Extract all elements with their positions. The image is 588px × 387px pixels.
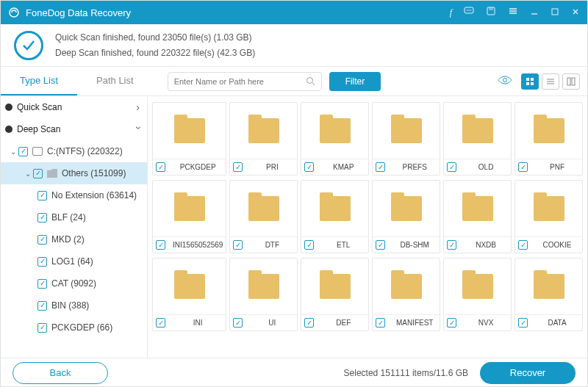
- checkbox[interactable]: [233, 240, 243, 250]
- tree-item[interactable]: BLF (24): [1, 206, 147, 228]
- checkbox[interactable]: [37, 301, 47, 311]
- file-cell[interactable]: ETL: [301, 180, 369, 253]
- tree-item[interactable]: LOG1 (64): [1, 250, 147, 272]
- checkbox[interactable]: [304, 318, 314, 328]
- tree-item[interactable]: PCKGDEP (66): [1, 317, 147, 339]
- file-cell[interactable]: INI: [152, 258, 226, 331]
- file-cell[interactable]: PCKGDEP: [152, 102, 226, 176]
- menu-icon[interactable]: [508, 6, 518, 19]
- search-box[interactable]: [168, 72, 322, 91]
- app-logo-icon: [8, 7, 20, 18]
- search-icon: [306, 76, 315, 86]
- tree-drive[interactable]: ⌄ C:(NTFS) (220322): [1, 140, 147, 162]
- file-name: PRI: [250, 163, 294, 171]
- tree-deep-scan[interactable]: Deep Scan ›: [1, 118, 147, 140]
- file-grid: PCKGDEPPRIKMAPPREFSOLDPNFINI1565052569DT…: [148, 96, 587, 358]
- checkbox[interactable]: [376, 240, 385, 250]
- app-title: FoneDog Data Recovery: [26, 7, 450, 18]
- checkbox[interactable]: [376, 318, 385, 328]
- view-list-button[interactable]: [542, 73, 559, 90]
- checkbox[interactable]: [37, 213, 47, 223]
- tree-item[interactable]: No Extension (63614): [1, 184, 147, 206]
- status-line1: Quick Scan finished, found 23050 file(s)…: [55, 30, 255, 45]
- checkbox[interactable]: [156, 162, 165, 172]
- checkbox[interactable]: [518, 240, 528, 250]
- tree-item[interactable]: CAT (9092): [1, 272, 147, 294]
- file-cell[interactable]: PRI: [229, 102, 298, 176]
- file-cell[interactable]: DEF: [301, 258, 369, 331]
- file-name: KMAP: [321, 163, 365, 171]
- tab-path-list[interactable]: Path List: [77, 67, 153, 95]
- close-icon[interactable]: [571, 6, 580, 19]
- folder-icon: [174, 196, 205, 221]
- file-name: DTF: [250, 241, 294, 249]
- checkbox[interactable]: [156, 318, 165, 328]
- view-detail-button[interactable]: [562, 73, 580, 90]
- back-button[interactable]: Back: [12, 362, 108, 384]
- folder-icon: [534, 274, 564, 299]
- file-name: COOKIE: [535, 241, 579, 249]
- svg-point-8: [306, 78, 312, 84]
- file-cell[interactable]: PREFS: [372, 102, 440, 176]
- checkbox[interactable]: [447, 240, 456, 250]
- folder-icon: [174, 118, 205, 143]
- checkbox[interactable]: [37, 279, 47, 289]
- drive-icon: [32, 147, 43, 156]
- tree-others[interactable]: ⌄ Others (151099): [1, 162, 147, 184]
- feedback-icon[interactable]: [464, 6, 474, 19]
- file-cell[interactable]: UI: [229, 258, 298, 331]
- checkbox[interactable]: [37, 235, 47, 245]
- file-name: OLD: [464, 163, 508, 171]
- filter-button[interactable]: Filter: [329, 72, 381, 91]
- file-cell[interactable]: NXDB: [443, 180, 512, 253]
- file-cell[interactable]: DB-SHM: [372, 180, 440, 253]
- checkbox[interactable]: [37, 191, 47, 200]
- minimize-icon[interactable]: [530, 6, 539, 19]
- checkbox[interactable]: [304, 162, 314, 172]
- checkbox[interactable]: [37, 323, 47, 333]
- tree-item[interactable]: BIN (388): [1, 294, 147, 317]
- checkbox[interactable]: [233, 162, 243, 172]
- checkbox[interactable]: [518, 318, 528, 328]
- checkbox[interactable]: [18, 147, 28, 156]
- checkbox[interactable]: [37, 257, 47, 267]
- svg-point-2: [467, 10, 468, 11]
- file-cell[interactable]: DTF: [229, 180, 298, 253]
- folder-icon: [320, 274, 351, 299]
- tree-item[interactable]: MKD (2): [1, 228, 147, 250]
- maximize-icon[interactable]: [551, 6, 559, 19]
- search-input[interactable]: [174, 77, 306, 86]
- tab-type-list[interactable]: Type List: [1, 67, 77, 95]
- checkbox[interactable]: [233, 318, 243, 328]
- chevron-down-icon: ⌄: [8, 148, 18, 156]
- checkbox[interactable]: [376, 162, 385, 172]
- file-cell[interactable]: INI1565052569: [152, 180, 226, 253]
- checkbox[interactable]: [447, 162, 456, 172]
- save-icon[interactable]: [486, 6, 496, 19]
- checkbox[interactable]: [518, 162, 528, 172]
- selection-count: Selected 151111 items/11.6 GB: [344, 368, 468, 378]
- file-name: MANIFEST: [392, 319, 437, 327]
- folder-icon: [462, 274, 493, 299]
- checkbox[interactable]: [156, 240, 165, 250]
- file-cell[interactable]: MANIFEST: [372, 258, 440, 331]
- file-cell[interactable]: OLD: [443, 102, 512, 176]
- file-cell[interactable]: COOKIE: [514, 180, 583, 253]
- file-name: PNF: [535, 163, 579, 171]
- preview-icon[interactable]: [498, 75, 515, 88]
- folder-icon: [391, 196, 422, 221]
- checkbox[interactable]: [447, 318, 456, 328]
- file-name: PCKGDEP: [173, 163, 223, 171]
- view-grid-button[interactable]: [521, 73, 539, 90]
- file-cell[interactable]: DATA: [514, 258, 583, 331]
- folder-icon: [462, 118, 493, 143]
- checkbox[interactable]: [33, 169, 43, 178]
- folder-icon: [248, 274, 279, 299]
- tree-quick-scan[interactable]: Quick Scan ›: [1, 96, 147, 118]
- facebook-icon[interactable]: f: [450, 7, 452, 18]
- file-cell[interactable]: NVX: [443, 258, 512, 331]
- file-cell[interactable]: PNF: [514, 102, 583, 176]
- checkbox[interactable]: [304, 240, 314, 250]
- file-cell[interactable]: KMAP: [301, 102, 369, 176]
- recover-button[interactable]: Recover: [480, 362, 576, 384]
